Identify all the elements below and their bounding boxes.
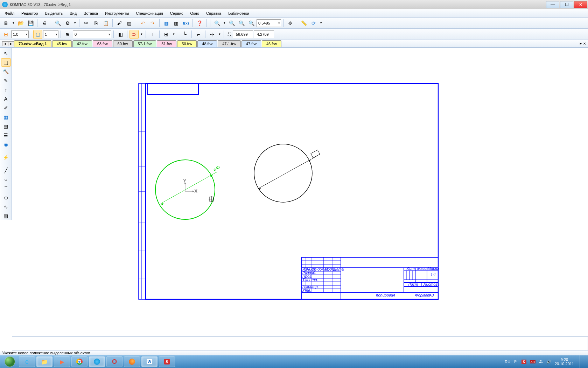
- grid-button[interactable]: ⊞: [162, 30, 171, 39]
- taskbar-media[interactable]: ▶: [54, 356, 70, 367]
- taskbar-firefox[interactable]: [124, 356, 140, 367]
- tab-scroll-right[interactable]: ►: [8, 41, 14, 46]
- taskbar-snagit[interactable]: S: [159, 356, 175, 367]
- cs-dropdown[interactable]: ▾: [217, 30, 222, 39]
- perp-dim-button[interactable]: ⟂: [148, 30, 157, 39]
- spec-tool[interactable]: ▤: [1, 122, 11, 130]
- pan-button[interactable]: ✥: [286, 19, 295, 28]
- cut-button[interactable]: ✂: [82, 19, 91, 28]
- zoom-in-button[interactable]: 🔍: [212, 19, 222, 28]
- paste-button[interactable]: 📋: [101, 19, 110, 28]
- tab-63-frw[interactable]: 63.frw: [93, 40, 112, 47]
- lang-indicator[interactable]: RU: [505, 360, 510, 364]
- tab-48-frw[interactable]: 48.frw: [197, 40, 217, 47]
- fx-button[interactable]: f(x): [181, 19, 190, 28]
- step-dropdown[interactable]: 1.0: [11, 30, 29, 38]
- library-manager-button[interactable]: ▦: [162, 19, 171, 28]
- taskbar-word[interactable]: W: [141, 356, 158, 367]
- eraser-button[interactable]: ◧: [116, 30, 125, 39]
- flag-icon[interactable]: 🏳: [514, 359, 518, 364]
- clock[interactable]: 9:20 20.10.2011: [555, 357, 574, 366]
- tab-46-frw[interactable]: 46.frw: [262, 40, 281, 47]
- brush-button[interactable]: 🖌: [115, 19, 124, 28]
- start-button[interactable]: [1, 355, 18, 368]
- report-tool[interactable]: ☰: [1, 131, 11, 139]
- print-button[interactable]: 🖨: [40, 19, 49, 28]
- step-icon-button[interactable]: ⊟: [1, 30, 10, 39]
- spiral-tool[interactable]: ◉: [1, 140, 11, 149]
- zoom-fit-button[interactable]: 🔍: [247, 19, 256, 28]
- tab-47-1-frw[interactable]: 47-1.frw: [218, 40, 241, 47]
- rebuild-button[interactable]: ⟳: [309, 19, 318, 28]
- hatch-tool[interactable]: ▨: [1, 212, 11, 220]
- current-view-button[interactable]: ▢: [33, 30, 42, 39]
- properties-button[interactable]: ⚙: [63, 19, 72, 28]
- show-desktop-button[interactable]: [580, 355, 584, 368]
- property-panel[interactable]: [12, 336, 588, 350]
- circle-tool[interactable]: ○: [1, 175, 11, 184]
- menu-view[interactable]: Вид: [67, 10, 79, 16]
- layer-dropdown[interactable]: 0: [73, 30, 111, 38]
- zoom-prev-button[interactable]: 🔍: [237, 19, 246, 28]
- snap-dropdown[interactable]: ▾: [139, 30, 144, 39]
- constraints-tool[interactable]: ▦: [1, 113, 11, 121]
- taskbar-kompas[interactable]: [89, 356, 105, 367]
- redo-button[interactable]: ↷: [148, 19, 157, 28]
- local-cs-button[interactable]: ⊹: [208, 30, 217, 39]
- properties-dropdown[interactable]: ▾: [73, 19, 77, 28]
- menu-window[interactable]: Окно: [187, 10, 202, 16]
- spline-tool[interactable]: ∿: [1, 203, 11, 211]
- round-button[interactable]: ⌐: [194, 30, 203, 39]
- menu-editor[interactable]: Редактор: [19, 10, 41, 16]
- menu-insert[interactable]: Вставка: [81, 10, 101, 16]
- x-coordinate-input[interactable]: [233, 30, 253, 38]
- rebuild-dropdown[interactable]: ▾: [319, 19, 323, 28]
- zoom-value-dropdown[interactable]: 0.5495: [257, 19, 281, 27]
- help-cursor-button[interactable]: ❓: [195, 19, 204, 28]
- preview-button[interactable]: 🔍: [53, 19, 62, 28]
- hammer-tool[interactable]: 🔨: [1, 67, 11, 76]
- tab-42-frw[interactable]: 42.frw: [72, 40, 92, 47]
- tab-50-frw[interactable]: 50.frw: [177, 40, 197, 47]
- kaspersky-icon[interactable]: K: [522, 360, 526, 364]
- menu-help[interactable]: Справка: [203, 10, 224, 16]
- window-maximize-button[interactable]: ☐: [560, 1, 573, 8]
- window-close-button[interactable]: ✕: [574, 1, 587, 8]
- tab-45-frw[interactable]: 45.frw: [52, 40, 72, 47]
- tab-scroll-left[interactable]: ◄: [2, 41, 8, 46]
- table-button[interactable]: ▦: [172, 19, 181, 28]
- cursor-tool[interactable]: ↖: [1, 49, 11, 57]
- undo-button[interactable]: ↶: [138, 19, 147, 28]
- menu-file[interactable]: Файл: [2, 10, 17, 16]
- new-dropdown[interactable]: ▾: [11, 19, 15, 28]
- ati-icon[interactable]: ATI: [530, 360, 536, 363]
- drawing-canvas[interactable]: ⌀40 X Y: [12, 48, 588, 336]
- select-tool[interactable]: ⬚: [1, 58, 11, 67]
- line-tool[interactable]: ╱: [1, 166, 11, 175]
- volume-icon[interactable]: 🔊: [546, 360, 551, 364]
- menu-libraries[interactable]: Библиотеки: [225, 10, 252, 16]
- tab-47-frw[interactable]: 47.frw: [241, 40, 261, 47]
- menu-tools[interactable]: Инструменты: [102, 10, 132, 16]
- view-dropdown[interactable]: 1: [43, 30, 58, 38]
- text-tool[interactable]: A: [1, 95, 11, 103]
- taskbar-chrome[interactable]: [71, 356, 88, 367]
- layer-button[interactable]: ≋: [63, 30, 72, 39]
- tab-60-frw[interactable]: 60.frw: [113, 40, 133, 47]
- edit-tool[interactable]: ✐: [1, 104, 11, 112]
- dimension-tool[interactable]: ↕: [1, 86, 11, 94]
- tab-70-cdw[interactable]: 70.cdw ->Вид 1: [14, 40, 51, 47]
- measure-button[interactable]: 📏: [299, 19, 308, 28]
- y-coordinate-input[interactable]: [254, 30, 274, 38]
- menu-service[interactable]: Сервис: [167, 10, 186, 16]
- save-button[interactable]: 💾: [26, 19, 35, 28]
- new-button[interactable]: 🗎: [1, 19, 10, 28]
- ellipse-tool[interactable]: ⬭: [1, 193, 11, 202]
- snap-toggle-button[interactable]: ⊃: [130, 30, 139, 39]
- pencil-tool[interactable]: ✎: [1, 76, 11, 85]
- variables-button[interactable]: ▤: [125, 19, 134, 28]
- network-icon[interactable]: 🖧: [539, 360, 543, 364]
- open-button[interactable]: 📂: [16, 19, 25, 28]
- taskbar-opera[interactable]: O: [106, 356, 122, 367]
- arc-tool[interactable]: ⌒: [1, 184, 11, 193]
